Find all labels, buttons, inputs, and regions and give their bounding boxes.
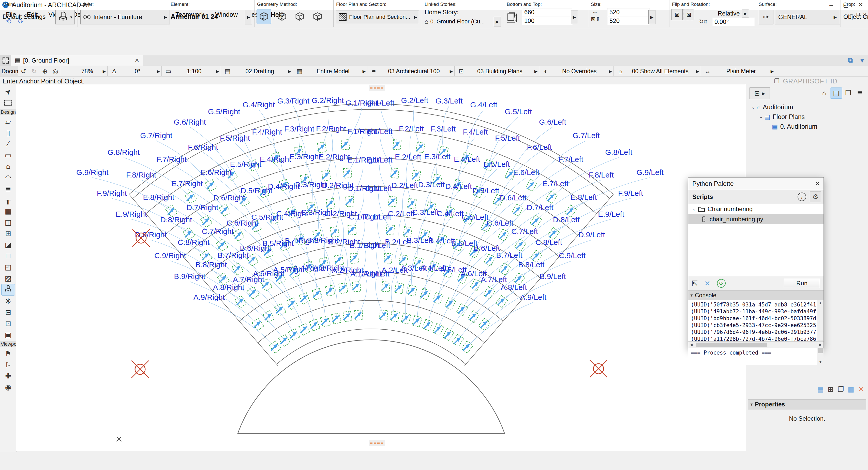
seat-label[interactable]: D.9/Right bbox=[135, 230, 167, 239]
tool-roof[interactable]: ⌂ bbox=[2, 161, 15, 172]
tool-door[interactable]: ◫ bbox=[2, 217, 15, 228]
chevron-down-icon[interactable]: ⌄ bbox=[750, 104, 757, 110]
dimension-pref-selector[interactable]: ↔Plain Meter▶ bbox=[701, 66, 775, 76]
seat-label[interactable]: F.9/Left bbox=[618, 189, 643, 197]
seat-label[interactable]: C.7/Right bbox=[202, 227, 234, 236]
python-palette-window[interactable]: Python Palette ✕ Scripts i ⚙ ⌄ Chair num… bbox=[688, 177, 824, 348]
seat-label[interactable]: E.2/Left bbox=[395, 153, 421, 161]
seat-label[interactable]: G.6/Right bbox=[174, 118, 206, 126]
tool-window[interactable]: ⊞ bbox=[2, 228, 15, 239]
zoom-level-selector[interactable]: 78%▶ bbox=[61, 66, 107, 76]
floorplan-more-button[interactable]: ▶ bbox=[412, 10, 419, 24]
navigator-floor-plans-button[interactable]: ▤ bbox=[830, 87, 842, 99]
tool-elevation[interactable]: ⚐ bbox=[2, 359, 15, 370]
seat-label[interactable]: D.6/Left bbox=[500, 194, 527, 202]
navigator-layouts-book-button[interactable]: ❐ bbox=[842, 88, 854, 98]
seat-label[interactable]: G.7/Right bbox=[140, 131, 173, 140]
info-icon[interactable]: i bbox=[798, 193, 806, 201]
tab-overview-button[interactable] bbox=[0, 55, 11, 66]
seat-label[interactable]: B.9/Right bbox=[174, 272, 206, 281]
zoom-fit-button[interactable]: ◎ bbox=[50, 67, 61, 76]
seat-label[interactable]: E.3/Left bbox=[424, 152, 451, 161]
seat-label[interactable]: B.9/Left bbox=[539, 272, 566, 281]
tool-shell[interactable]: ◠ bbox=[2, 172, 15, 183]
toolbox-group-design[interactable]: Design bbox=[0, 109, 17, 115]
layer-combo-selector[interactable]: ▤02 Drafting▶ bbox=[221, 66, 292, 76]
tool-beam[interactable]: ∕ bbox=[2, 138, 15, 150]
seat-label[interactable]: F.5/Left bbox=[495, 134, 520, 142]
console-output[interactable]: (UUID('50f78b35-031a-45d7-adb8-e3612f41 … bbox=[688, 300, 824, 365]
seat-label[interactable]: G.2/Right bbox=[312, 96, 344, 105]
survey-marker-icon[interactable] bbox=[131, 361, 149, 378]
layer-selector[interactable]: Interior - Furniture ▶ bbox=[80, 10, 170, 24]
seat-label[interactable]: C.8/Right bbox=[178, 238, 210, 246]
seat-label[interactable]: B.8/Right bbox=[195, 260, 227, 269]
seat-label[interactable]: F.9/Right bbox=[97, 189, 127, 197]
seat-label[interactable]: D.7/Right bbox=[187, 203, 219, 212]
seat-label[interactable]: A.7/Right bbox=[233, 275, 265, 284]
partial-structure-selector[interactable]: ▦Entire Model▶ bbox=[292, 66, 367, 76]
seat-label[interactable]: G.5/Right bbox=[208, 107, 240, 116]
seat-label[interactable]: G.3/Right bbox=[277, 97, 309, 105]
floor-plan-canvas[interactable]: A.1/RightA.2/RightA.3/RightA.4/RightA.5/… bbox=[16, 84, 746, 451]
geometry-diagonal-rotated-button[interactable] bbox=[310, 9, 325, 24]
seat-label[interactable]: G.8/Left bbox=[605, 148, 632, 156]
seat-label[interactable]: G.4/Left bbox=[470, 100, 497, 109]
properties-header[interactable]: ▾ Properties bbox=[748, 399, 866, 409]
tool-object-chair[interactable] bbox=[1, 284, 15, 296]
seat-label[interactable]: F.2/Right bbox=[316, 124, 346, 133]
mirror-button[interactable]: ⊠ bbox=[672, 9, 683, 20]
orientation-selector[interactable]: ∆0°▶ bbox=[107, 66, 161, 76]
seat-label[interactable]: D.3/Right bbox=[295, 180, 327, 189]
tool-marquee[interactable] bbox=[2, 97, 15, 108]
document-tab[interactable]: Document bbox=[0, 66, 18, 76]
seat-label[interactable]: E.8/Right bbox=[143, 193, 175, 201]
graphisoft-id[interactable]: ❐ GRAPHISOFT ID bbox=[774, 77, 837, 85]
seat-label[interactable]: C.6/Left bbox=[487, 219, 514, 227]
palette-close-icon[interactable]: ✕ bbox=[811, 180, 824, 187]
navigator-item-0-auditorium[interactable]: ▤0. Auditorium bbox=[746, 122, 868, 131]
zoom-in-button[interactable]: ⊕ bbox=[39, 67, 50, 76]
reload-scripts-icon[interactable]: ⟳ bbox=[717, 279, 725, 288]
seat-label[interactable]: C.4/Left bbox=[437, 209, 464, 218]
seat-label[interactable]: F.7/Left bbox=[558, 155, 584, 164]
tool-curtain-wall[interactable]: ▦ bbox=[2, 205, 15, 217]
tool-zone[interactable]: ▣ bbox=[2, 329, 15, 340]
chevron-down-icon[interactable]: ⌄ bbox=[758, 114, 764, 120]
seat-label[interactable]: C.3/Left bbox=[412, 208, 439, 216]
seat-label[interactable]: D.8/Left bbox=[553, 215, 580, 224]
seat-label[interactable]: F.6/Left bbox=[527, 143, 552, 151]
seat-label[interactable]: F.7/Right bbox=[157, 155, 187, 164]
seat-label[interactable]: B.7/Left bbox=[496, 251, 523, 259]
seat-label[interactable]: B.8/Left bbox=[518, 260, 545, 269]
seat-label[interactable]: E.9/Right bbox=[116, 210, 147, 218]
console-vscrollbar[interactable]: ▲ ▼ bbox=[817, 300, 824, 365]
seat-label[interactable]: E.3/Right bbox=[289, 152, 321, 161]
forward-button[interactable]: ↻ bbox=[29, 67, 39, 76]
scale-selector[interactable]: ▭1:100▶ bbox=[161, 66, 221, 76]
geometry-rotated-button[interactable] bbox=[275, 9, 289, 24]
surface-selector[interactable]: GENERAL▶ bbox=[775, 10, 840, 24]
tool-select-arrow[interactable]: ➤ bbox=[2, 86, 15, 97]
open-script-icon[interactable]: ⇱ bbox=[692, 279, 698, 288]
seat-label[interactable]: G.6/Left bbox=[539, 118, 566, 126]
project-chooser-button[interactable]: ⊟▶ bbox=[749, 87, 770, 99]
seat-label[interactable]: G.7/Left bbox=[572, 131, 600, 140]
seat-label[interactable]: E.6/Left bbox=[513, 168, 539, 177]
navigator-item-floor-plans[interactable]: ⌄▤Floor Plans bbox=[746, 112, 868, 122]
seat-label[interactable]: A.8/Left bbox=[501, 283, 527, 291]
seat-label[interactable]: E.5/Left bbox=[484, 160, 510, 168]
top-offset-input[interactable] bbox=[522, 8, 572, 16]
tab-menu-icon[interactable]: ▾ bbox=[856, 55, 868, 66]
tab-close-icon[interactable]: ✕ bbox=[135, 57, 139, 64]
element-picker-button[interactable]: ▶ bbox=[245, 10, 252, 24]
seat-label[interactable]: C.5/Left bbox=[462, 213, 489, 221]
seat-label[interactable]: E.7/Right bbox=[172, 179, 203, 188]
tool-stair[interactable]: ≣ bbox=[2, 183, 15, 194]
tool-chair-button[interactable]: ▾ bbox=[55, 10, 75, 24]
toolbox-group-viewpoints[interactable]: Viewpoints bbox=[0, 341, 17, 347]
seat-label[interactable]: E.8/Left bbox=[570, 193, 597, 201]
seat-label[interactable]: F.2/Left bbox=[399, 124, 424, 133]
properties-clone-folder-button[interactable]: ▥ bbox=[846, 384, 856, 395]
seat-label[interactable]: D.1/Left bbox=[365, 184, 392, 193]
